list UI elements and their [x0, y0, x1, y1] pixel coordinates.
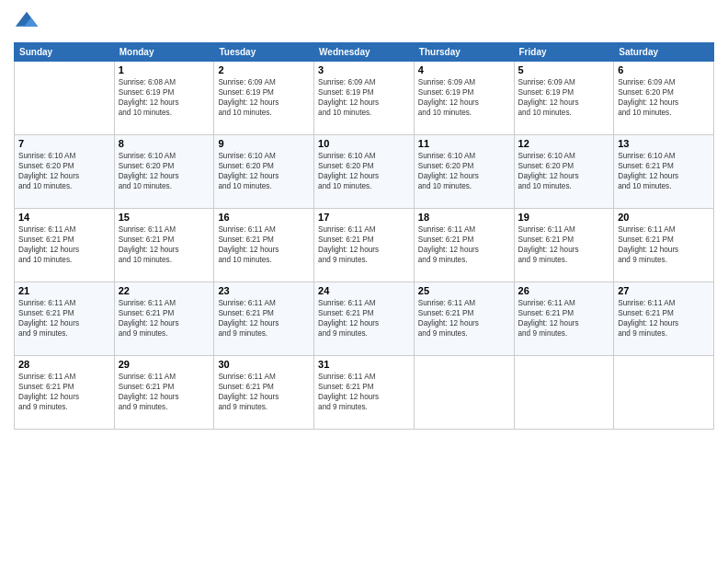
day-info: Sunrise: 6:10 AM Sunset: 6:20 PM Dayligh…: [18, 151, 110, 191]
calendar-cell: 27Sunrise: 6:11 AM Sunset: 6:21 PM Dayli…: [614, 282, 714, 356]
logo: [14, 9, 43, 35]
day-number: 12: [518, 138, 610, 149]
col-header-wednesday: Wednesday: [314, 43, 415, 62]
day-info: Sunrise: 6:11 AM Sunset: 6:21 PM Dayligh…: [119, 372, 210, 412]
calendar-cell: [614, 356, 714, 430]
calendar-week-5: 28Sunrise: 6:11 AM Sunset: 6:21 PM Dayli…: [15, 356, 714, 430]
calendar-cell: 19Sunrise: 6:11 AM Sunset: 6:21 PM Dayli…: [514, 209, 614, 282]
calendar-cell: 23Sunrise: 6:11 AM Sunset: 6:21 PM Dayli…: [214, 282, 314, 356]
calendar-cell: 28Sunrise: 6:11 AM Sunset: 6:21 PM Dayli…: [15, 356, 115, 430]
day-info: Sunrise: 6:11 AM Sunset: 6:21 PM Dayligh…: [618, 224, 710, 265]
calendar-cell: 1Sunrise: 6:08 AM Sunset: 6:19 PM Daylig…: [114, 62, 214, 135]
col-header-monday: Monday: [114, 43, 214, 62]
day-number: 10: [318, 138, 410, 149]
col-header-friday: Friday: [514, 43, 614, 62]
day-number: 19: [518, 212, 610, 223]
day-number: 7: [18, 138, 110, 149]
calendar-cell: 18Sunrise: 6:11 AM Sunset: 6:21 PM Dayli…: [414, 209, 514, 282]
day-info: Sunrise: 6:11 AM Sunset: 6:21 PM Dayligh…: [418, 298, 510, 339]
calendar-cell: 25Sunrise: 6:11 AM Sunset: 6:21 PM Dayli…: [414, 282, 514, 356]
day-number: 20: [618, 212, 710, 223]
day-number: 15: [119, 212, 210, 223]
calendar-cell: 26Sunrise: 6:11 AM Sunset: 6:21 PM Dayli…: [514, 282, 614, 356]
day-number: 23: [218, 285, 310, 296]
calendar-cell: 22Sunrise: 6:11 AM Sunset: 6:21 PM Dayli…: [114, 282, 214, 356]
calendar-week-3: 14Sunrise: 6:11 AM Sunset: 6:21 PM Dayli…: [15, 209, 714, 282]
calendar-cell: 11Sunrise: 6:10 AM Sunset: 6:20 PM Dayli…: [414, 135, 514, 209]
calendar-cell: 10Sunrise: 6:10 AM Sunset: 6:20 PM Dayli…: [314, 135, 415, 209]
calendar-cell: [414, 356, 514, 430]
header: [14, 9, 714, 35]
day-info: Sunrise: 6:10 AM Sunset: 6:20 PM Dayligh…: [418, 151, 510, 191]
day-number: 18: [418, 212, 510, 223]
calendar-cell: 13Sunrise: 6:10 AM Sunset: 6:21 PM Dayli…: [614, 135, 714, 209]
calendar-week-1: 1Sunrise: 6:08 AM Sunset: 6:19 PM Daylig…: [15, 62, 714, 135]
calendar-cell: [15, 62, 115, 135]
calendar-body: 1Sunrise: 6:08 AM Sunset: 6:19 PM Daylig…: [15, 62, 714, 430]
calendar-cell: 7Sunrise: 6:10 AM Sunset: 6:20 PM Daylig…: [15, 135, 115, 209]
day-info: Sunrise: 6:09 AM Sunset: 6:20 PM Dayligh…: [618, 77, 710, 118]
calendar-cell: [514, 356, 614, 430]
day-info: Sunrise: 6:09 AM Sunset: 6:19 PM Dayligh…: [318, 77, 410, 118]
day-info: Sunrise: 6:11 AM Sunset: 6:21 PM Dayligh…: [218, 298, 310, 339]
day-number: 9: [218, 138, 310, 149]
calendar-cell: 5Sunrise: 6:09 AM Sunset: 6:19 PM Daylig…: [514, 62, 614, 135]
day-info: Sunrise: 6:11 AM Sunset: 6:21 PM Dayligh…: [518, 224, 610, 265]
calendar-cell: 30Sunrise: 6:11 AM Sunset: 6:21 PM Dayli…: [214, 356, 314, 430]
calendar-cell: 3Sunrise: 6:09 AM Sunset: 6:19 PM Daylig…: [314, 62, 415, 135]
day-info: Sunrise: 6:08 AM Sunset: 6:19 PM Dayligh…: [119, 77, 210, 118]
calendar-cell: 24Sunrise: 6:11 AM Sunset: 6:21 PM Dayli…: [314, 282, 415, 356]
day-info: Sunrise: 6:11 AM Sunset: 6:21 PM Dayligh…: [18, 224, 110, 265]
calendar-week-2: 7Sunrise: 6:10 AM Sunset: 6:20 PM Daylig…: [15, 135, 714, 209]
day-info: Sunrise: 6:11 AM Sunset: 6:21 PM Dayligh…: [218, 224, 310, 265]
day-number: 8: [119, 138, 210, 149]
calendar-cell: 2Sunrise: 6:09 AM Sunset: 6:19 PM Daylig…: [214, 62, 314, 135]
col-header-sunday: Sunday: [15, 43, 115, 62]
day-info: Sunrise: 6:11 AM Sunset: 6:21 PM Dayligh…: [119, 298, 210, 339]
day-number: 13: [618, 138, 710, 149]
col-header-saturday: Saturday: [614, 43, 714, 62]
col-header-tuesday: Tuesday: [214, 43, 314, 62]
calendar-cell: 21Sunrise: 6:11 AM Sunset: 6:21 PM Dayli…: [15, 282, 115, 356]
calendar-cell: 9Sunrise: 6:10 AM Sunset: 6:20 PM Daylig…: [214, 135, 314, 209]
day-info: Sunrise: 6:11 AM Sunset: 6:21 PM Dayligh…: [318, 372, 410, 412]
day-number: 17: [318, 212, 410, 223]
col-header-thursday: Thursday: [414, 43, 514, 62]
day-info: Sunrise: 6:11 AM Sunset: 6:21 PM Dayligh…: [318, 224, 410, 265]
day-number: 11: [418, 138, 510, 149]
calendar-cell: 31Sunrise: 6:11 AM Sunset: 6:21 PM Dayli…: [314, 356, 415, 430]
calendar-cell: 16Sunrise: 6:11 AM Sunset: 6:21 PM Dayli…: [214, 209, 314, 282]
calendar-cell: 17Sunrise: 6:11 AM Sunset: 6:21 PM Dayli…: [314, 209, 415, 282]
calendar-table: SundayMondayTuesdayWednesdayThursdayFrid…: [14, 42, 714, 430]
calendar-header-row: SundayMondayTuesdayWednesdayThursdayFrid…: [15, 43, 714, 62]
day-number: 22: [119, 285, 210, 296]
day-number: 14: [18, 212, 110, 223]
day-info: Sunrise: 6:11 AM Sunset: 6:21 PM Dayligh…: [119, 224, 210, 265]
day-number: 26: [518, 285, 610, 296]
day-number: 25: [418, 285, 510, 296]
day-number: 3: [318, 64, 410, 75]
day-number: 27: [618, 285, 710, 296]
day-info: Sunrise: 6:11 AM Sunset: 6:21 PM Dayligh…: [318, 298, 410, 339]
calendar-cell: 29Sunrise: 6:11 AM Sunset: 6:21 PM Dayli…: [114, 356, 214, 430]
calendar-cell: 12Sunrise: 6:10 AM Sunset: 6:20 PM Dayli…: [514, 135, 614, 209]
day-number: 16: [218, 212, 310, 223]
day-info: Sunrise: 6:10 AM Sunset: 6:20 PM Dayligh…: [518, 151, 610, 191]
day-number: 29: [119, 359, 210, 370]
day-info: Sunrise: 6:10 AM Sunset: 6:20 PM Dayligh…: [318, 151, 410, 191]
day-number: 2: [218, 64, 310, 75]
day-info: Sunrise: 6:11 AM Sunset: 6:21 PM Dayligh…: [418, 224, 510, 265]
day-number: 21: [18, 285, 110, 296]
day-info: Sunrise: 6:10 AM Sunset: 6:21 PM Dayligh…: [618, 151, 710, 191]
day-info: Sunrise: 6:11 AM Sunset: 6:21 PM Dayligh…: [518, 298, 610, 339]
calendar-week-4: 21Sunrise: 6:11 AM Sunset: 6:21 PM Dayli…: [15, 282, 714, 356]
calendar-cell: 4Sunrise: 6:09 AM Sunset: 6:19 PM Daylig…: [414, 62, 514, 135]
day-number: 28: [18, 359, 110, 370]
day-info: Sunrise: 6:11 AM Sunset: 6:21 PM Dayligh…: [618, 298, 710, 339]
day-number: 30: [218, 359, 310, 370]
day-number: 31: [318, 359, 410, 370]
day-number: 1: [119, 64, 210, 75]
day-info: Sunrise: 6:09 AM Sunset: 6:19 PM Dayligh…: [218, 77, 310, 118]
day-info: Sunrise: 6:09 AM Sunset: 6:19 PM Dayligh…: [518, 77, 610, 118]
calendar-cell: 15Sunrise: 6:11 AM Sunset: 6:21 PM Dayli…: [114, 209, 214, 282]
